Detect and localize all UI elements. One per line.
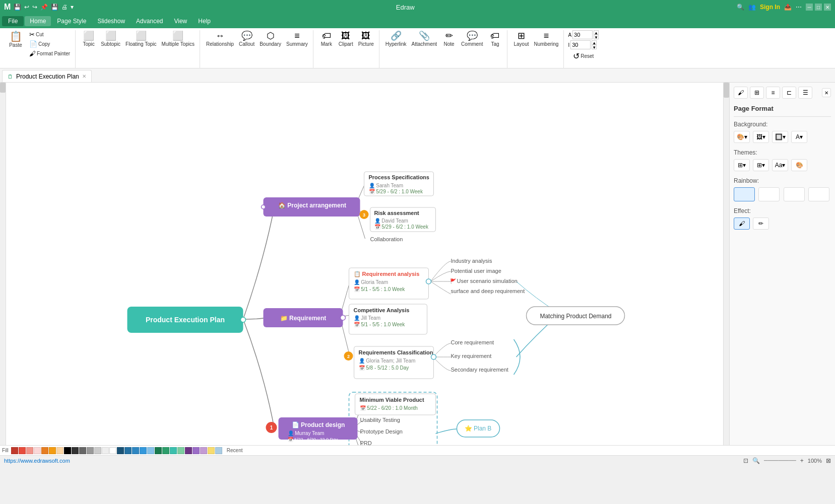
theme-palette-btn[interactable]: 🎨 bbox=[791, 159, 807, 171]
layout-button[interactable]: ⊞ Layout bbox=[511, 30, 531, 48]
share-icon[interactable]: 📤 bbox=[784, 4, 792, 11]
format-painter-button[interactable]: 🖌 Format Painter bbox=[27, 49, 72, 58]
multiple-topics-button[interactable]: ⬜ Multiple Topics bbox=[160, 30, 197, 48]
numbering-button[interactable]: ≡ Numbering bbox=[532, 30, 561, 48]
color-white[interactable] bbox=[109, 447, 116, 454]
color-dark-gray[interactable] bbox=[72, 447, 79, 454]
color-black[interactable] bbox=[64, 447, 71, 454]
zoom-expand-icon[interactable]: ⊠ bbox=[826, 457, 831, 464]
color-purple-dark[interactable] bbox=[185, 447, 192, 454]
menu-help[interactable]: Help bbox=[193, 16, 216, 26]
comment-button[interactable]: 💬 Comment bbox=[459, 30, 485, 48]
floating-topic-button[interactable]: ⬜ Floating Topic bbox=[123, 30, 159, 48]
color-lighter-gray[interactable] bbox=[102, 447, 109, 454]
color-light-gray[interactable] bbox=[94, 447, 101, 454]
menu-view[interactable]: View bbox=[169, 16, 192, 26]
theme-grid2-btn[interactable]: ⊞▾ bbox=[753, 159, 769, 171]
color-teal[interactable] bbox=[170, 447, 177, 454]
font-size-down-btn[interactable]: ▼ bbox=[594, 35, 599, 39]
mark-button[interactable]: 🏷 Mark bbox=[317, 30, 336, 48]
quick-undo-icon[interactable]: ↩ bbox=[24, 4, 29, 11]
callout-button[interactable]: 💬 Callout bbox=[237, 30, 256, 48]
copy-button[interactable]: 📄 Copy bbox=[27, 40, 72, 48]
panel-layout-icon[interactable]: ⊞ bbox=[750, 87, 764, 99]
edrawsoft-link[interactable]: https://www.edrawsoft.com bbox=[4, 458, 70, 464]
paste-button[interactable]: 📋 Paste bbox=[5, 30, 26, 49]
color-purple[interactable] bbox=[192, 447, 200, 454]
bg-fill-btn[interactable]: 🎨▾ bbox=[734, 131, 750, 143]
scroll-left-thumb[interactable] bbox=[0, 83, 6, 93]
bg-color-btn[interactable]: 🔲▾ bbox=[772, 131, 788, 143]
panel-align-icon[interactable]: ≡ bbox=[766, 87, 780, 99]
menu-page-style[interactable]: Page Style bbox=[52, 16, 91, 26]
scroll-left[interactable] bbox=[0, 83, 6, 445]
scroll-v[interactable] bbox=[723, 83, 729, 445]
quick-save-icon[interactable]: 💾 bbox=[14, 4, 21, 11]
tab-close-icon[interactable]: ✕ bbox=[82, 74, 86, 79]
bg-text-btn[interactable]: A▾ bbox=[791, 131, 807, 143]
effect-pencil-btn[interactable]: ✏ bbox=[753, 218, 769, 230]
theme-font-btn[interactable]: Aa▾ bbox=[772, 159, 788, 171]
menu-advanced[interactable]: Advanced bbox=[131, 16, 168, 26]
minimize-btn[interactable]: ─ bbox=[806, 4, 813, 11]
color-mid-gray[interactable] bbox=[87, 447, 94, 454]
tag-button[interactable]: 🏷 Tag bbox=[486, 30, 504, 48]
bg-image-btn[interactable]: 🖼▾ bbox=[753, 131, 769, 143]
quick-pin-icon[interactable]: 📌 bbox=[40, 4, 48, 11]
color-orange-light[interactable] bbox=[56, 447, 63, 454]
color-blue-dark[interactable] bbox=[124, 447, 132, 454]
zoom-in-icon[interactable]: + bbox=[800, 457, 804, 464]
menu-file[interactable]: File bbox=[2, 16, 24, 26]
more-icon[interactable]: ⋯ bbox=[796, 4, 802, 11]
color-red-dark[interactable] bbox=[11, 447, 18, 454]
theme-grid1-btn[interactable]: ⊞▾ bbox=[734, 159, 750, 171]
color-green-dark[interactable] bbox=[155, 447, 162, 454]
color-blue[interactable] bbox=[132, 447, 139, 454]
color-orange[interactable] bbox=[49, 447, 56, 454]
rainbow-option-4[interactable] bbox=[808, 187, 829, 201]
topic-button[interactable]: ⬜ Topic bbox=[80, 30, 98, 48]
relationship-button[interactable]: ↔ Relationship bbox=[204, 30, 236, 48]
line-height-up-btn[interactable]: ▲ bbox=[592, 40, 597, 45]
color-green[interactable] bbox=[162, 447, 169, 454]
rainbow-option-1[interactable] bbox=[734, 187, 755, 201]
maximize-btn[interactable]: □ bbox=[815, 4, 822, 11]
quick-more-icon[interactable]: ▾ bbox=[71, 4, 74, 11]
clipart-button[interactable]: 🖼 Clipart bbox=[337, 30, 355, 48]
subtopic-button[interactable]: ⬜ Subtopic bbox=[99, 30, 122, 48]
sign-in-btn[interactable]: Sign In bbox=[760, 4, 780, 11]
doc-tab-product-execution-plan[interactable]: 🗒 Product Execution Plan ✕ bbox=[2, 70, 92, 82]
scroll-v-thumb[interactable] bbox=[724, 83, 729, 98]
reset-button[interactable]: ↺ Reset bbox=[571, 51, 596, 61]
hyperlink-button[interactable]: 🔗 Hyperlink bbox=[383, 30, 409, 48]
font-size-input[interactable] bbox=[572, 30, 593, 39]
color-navy[interactable] bbox=[117, 447, 124, 454]
line-height-down-btn[interactable]: ▼ bbox=[592, 45, 597, 49]
line-height-input[interactable] bbox=[570, 40, 591, 49]
quick-print-icon[interactable]: 🖨 bbox=[61, 4, 68, 11]
attachment-button[interactable]: 📎 Attachment bbox=[410, 30, 439, 48]
color-blue-light[interactable] bbox=[147, 447, 154, 454]
color-red[interactable] bbox=[19, 447, 26, 454]
rainbow-option-3[interactable] bbox=[784, 187, 805, 201]
color-lime[interactable] bbox=[215, 447, 222, 454]
panel-collapse-icon[interactable]: ✕ bbox=[822, 88, 831, 97]
menu-slideshow[interactable]: Slideshow bbox=[92, 16, 130, 26]
cut-button[interactable]: ✂ Cut bbox=[27, 30, 72, 39]
quick-redo-icon[interactable]: ↪ bbox=[32, 4, 37, 11]
collab-icon[interactable]: 👥 bbox=[748, 4, 756, 11]
note-button[interactable]: ✏ Note bbox=[440, 30, 458, 48]
zoom-slider[interactable]: ───────── bbox=[764, 458, 796, 463]
color-red-light[interactable] bbox=[26, 447, 33, 454]
rainbow-option-2[interactable] bbox=[758, 187, 780, 201]
close-btn[interactable]: ✕ bbox=[824, 4, 831, 11]
color-yellow[interactable] bbox=[208, 447, 215, 454]
color-gray[interactable] bbox=[79, 447, 86, 454]
picture-button[interactable]: 🖼 Picture bbox=[356, 30, 376, 48]
product-design-node[interactable] bbox=[279, 417, 358, 440]
font-size-up-btn[interactable]: ▲ bbox=[594, 30, 599, 35]
color-orange-dark[interactable] bbox=[41, 447, 48, 454]
menu-home[interactable]: Home bbox=[25, 16, 51, 26]
boundary-button[interactable]: ⬡ Boundary bbox=[258, 30, 283, 48]
effect-fill-btn[interactable]: 🖌 bbox=[734, 218, 750, 230]
